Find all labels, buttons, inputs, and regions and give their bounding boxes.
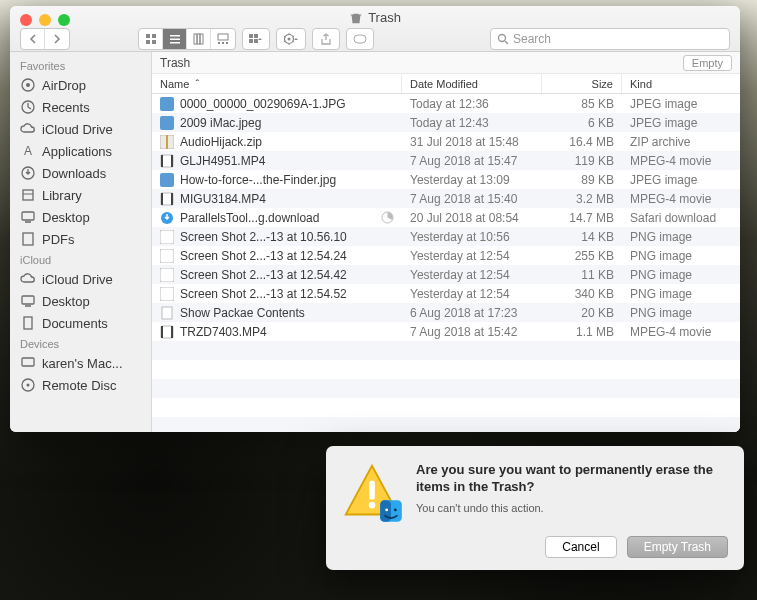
file-kind: PNG image: [622, 268, 740, 282]
back-button[interactable]: [21, 29, 45, 49]
file-row[interactable]: GLJH4951.MP4 7 Aug 2018 at 15:47 119 KB …: [152, 151, 740, 170]
column-header-size[interactable]: Size: [542, 74, 622, 93]
sidebar-item[interactable]: Desktop: [10, 206, 151, 228]
nav-back-forward: [20, 28, 70, 50]
cloud-icon: [20, 271, 36, 287]
file-row[interactable]: TRZD7403.MP4 7 Aug 2018 at 15:42 1.1 MB …: [152, 322, 740, 341]
svg-rect-35: [24, 317, 32, 329]
svg-rect-6: [170, 42, 180, 44]
sidebar-item[interactable]: AApplications: [10, 140, 151, 162]
file-row[interactable]: Show Packae Contents 6 Aug 2018 at 17:23…: [152, 303, 740, 322]
sidebar-item-label: Library: [42, 188, 82, 203]
file-row[interactable]: Screen Shot 2...-13 at 12.54.24 Yesterda…: [152, 246, 740, 265]
empty-row: [152, 398, 740, 417]
file-kind: PNG image: [622, 249, 740, 263]
sidebar-group-label: Favorites: [10, 56, 151, 74]
file-type-icon: [160, 135, 174, 149]
column-header-name[interactable]: Name ˆ: [152, 74, 402, 93]
svg-rect-12: [222, 42, 224, 44]
svg-rect-56: [162, 307, 172, 319]
main-content: Trash Empty Name ˆ Date Modified Size Ki…: [152, 52, 740, 432]
sidebar-item[interactable]: karen's Mac...: [10, 352, 151, 374]
svg-point-64: [385, 509, 388, 512]
svg-rect-40: [160, 116, 174, 130]
file-row[interactable]: Screen Shot 2...-13 at 10.56.10 Yesterda…: [152, 227, 740, 246]
column-header-kind[interactable]: Kind: [622, 74, 740, 93]
sidebar-item[interactable]: Library: [10, 184, 151, 206]
file-row[interactable]: How-to-force-...the-Finder.jpg Yesterday…: [152, 170, 740, 189]
sidebar-item[interactable]: Remote Disc: [10, 374, 151, 396]
file-row[interactable]: 0000_00000_0029069A-1.JPG Today at 12:36…: [152, 94, 740, 113]
svg-rect-36: [22, 358, 34, 366]
file-date: 7 Aug 2018 at 15:42: [402, 325, 542, 339]
svg-rect-32: [23, 233, 33, 245]
file-row[interactable]: ParallelsTool...g.download 20 Jul 2018 a…: [152, 208, 740, 227]
file-row[interactable]: MIGU3184.MP4 7 Aug 2018 at 15:40 3.2 MB …: [152, 189, 740, 208]
svg-point-61: [369, 502, 376, 509]
action-menu-button[interactable]: [276, 28, 306, 50]
toolbar: Search: [20, 28, 730, 50]
search-field[interactable]: Search: [490, 28, 730, 50]
sidebar-item[interactable]: iCloud Drive: [10, 118, 151, 140]
file-kind: JPEG image: [622, 116, 740, 130]
forward-button[interactable]: [45, 29, 69, 49]
search-placeholder: Search: [513, 32, 551, 46]
svg-rect-49: [171, 193, 173, 205]
gallery-view-button[interactable]: [211, 29, 235, 49]
sidebar-item[interactable]: Desktop: [10, 290, 151, 312]
svg-rect-30: [22, 212, 34, 220]
tags-button[interactable]: [346, 28, 374, 50]
svg-rect-0: [146, 34, 150, 38]
sidebar-item[interactable]: AirDrop: [10, 74, 151, 96]
trash-icon: [349, 11, 363, 25]
file-kind: MPEG-4 movie: [622, 192, 740, 206]
file-row[interactable]: AudioHijack.zip 31 Jul 2018 at 15:48 16.…: [152, 132, 740, 151]
desktop-icon: [20, 293, 36, 309]
file-name: Screen Shot 2...-13 at 12.54.24: [180, 249, 347, 263]
sidebar-item-label: Desktop: [42, 210, 90, 225]
svg-rect-44: [161, 155, 163, 167]
svg-rect-60: [369, 481, 375, 500]
file-date: Yesterday at 10:56: [402, 230, 542, 244]
empty-trash-button[interactable]: Empty: [683, 55, 732, 71]
file-type-icon: [160, 211, 174, 225]
file-date: Yesterday at 12:54: [402, 268, 542, 282]
cancel-button[interactable]: Cancel: [545, 536, 616, 558]
svg-rect-39: [160, 97, 174, 111]
file-kind: MPEG-4 movie: [622, 325, 740, 339]
icon-view-button[interactable]: [139, 29, 163, 49]
file-name: Screen Shot 2...-13 at 12.54.52: [180, 287, 347, 301]
svg-rect-13: [226, 42, 228, 44]
file-type-icon: [160, 230, 174, 244]
file-type-icon: [160, 268, 174, 282]
sidebar-item[interactable]: iCloud Drive: [10, 268, 151, 290]
empty-trash-confirm-button[interactable]: Empty Trash: [627, 536, 728, 558]
airdrop-icon: [20, 77, 36, 93]
file-size: 11 KB: [542, 268, 622, 282]
dialog-buttons: Cancel Empty Trash: [545, 536, 728, 558]
sidebar-item[interactable]: PDFs: [10, 228, 151, 250]
file-type-icon: [160, 116, 174, 130]
file-date: 7 Aug 2018 at 15:40: [402, 192, 542, 206]
file-date: 7 Aug 2018 at 15:47: [402, 154, 542, 168]
sidebar-item-label: Documents: [42, 316, 108, 331]
svg-rect-9: [200, 34, 203, 44]
svg-point-65: [394, 509, 397, 512]
sidebar-item[interactable]: Downloads: [10, 162, 151, 184]
mac-icon: [20, 355, 36, 371]
share-button[interactable]: [312, 28, 340, 50]
warning-icon: [342, 462, 402, 522]
svg-point-24: [26, 83, 30, 87]
column-view-button[interactable]: [187, 29, 211, 49]
list-view-button[interactable]: [163, 29, 187, 49]
file-row[interactable]: Screen Shot 2...-13 at 12.54.52 Yesterda…: [152, 284, 740, 303]
file-row[interactable]: Screen Shot 2...-13 at 12.54.42 Yesterda…: [152, 265, 740, 284]
sidebar-item[interactable]: Documents: [10, 312, 151, 334]
group-by-button[interactable]: [242, 28, 270, 50]
svg-rect-3: [152, 40, 156, 44]
file-row[interactable]: 2009 iMac.jpeg Today at 12:43 6 KB JPEG …: [152, 113, 740, 132]
column-headers: Name ˆ Date Modified Size Kind: [152, 74, 740, 94]
sidebar-item[interactable]: Recents: [10, 96, 151, 118]
file-type-icon: [160, 306, 174, 320]
column-header-date[interactable]: Date Modified: [402, 74, 542, 93]
